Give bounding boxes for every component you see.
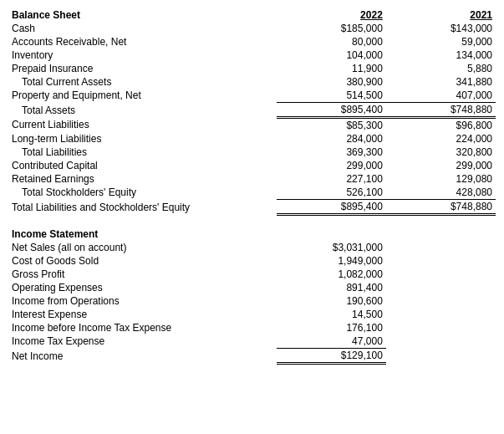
bs-row-val-2021: $143,000 <box>386 22 496 35</box>
bs-row-val-2022: 104,000 <box>277 49 386 62</box>
table-row: Prepaid Insurance11,9005,880 <box>8 62 496 75</box>
bs-row-label: Total Assets <box>8 103 277 118</box>
bs-row-label: Contributed Capital <box>8 159 277 172</box>
bs-row-label: Total Current Assets <box>8 75 277 89</box>
table-row: Current Liabilities$85,300$96,800 <box>8 118 496 133</box>
table-row: Accounts Receivable, Net80,00059,000 <box>8 35 496 49</box>
bs-row-val-2022: 227,100 <box>277 172 386 186</box>
table-row: Total Current Assets380,900341,880 <box>8 75 496 89</box>
table-row: Property and Equipment, Net514,500407,00… <box>8 89 496 103</box>
is-row-label: Operating Expenses <box>8 281 277 294</box>
bs-row-val-2022: 80,000 <box>277 35 386 49</box>
is-row-label: Income before Income Tax Expense <box>8 321 277 334</box>
table-row: Net Sales (all on account)$3,031,000 <box>8 241 496 254</box>
table-row: Net Income$129,100 <box>8 349 496 364</box>
bs-row-val-2022: 514,500 <box>277 89 386 103</box>
bs-row-val-2022: 526,100 <box>277 186 386 200</box>
income-statement-table: Income Statement Net Sales (all on accou… <box>8 227 496 365</box>
bs-row-val-2021: 129,080 <box>386 172 496 186</box>
table-row: Total Assets$895,400$748,880 <box>8 103 496 118</box>
bs-row-label: Property and Equipment, Net <box>8 89 277 103</box>
table-row: Income Tax Expense47,000 <box>8 334 496 349</box>
bs-row-val-2021: 299,000 <box>386 159 496 172</box>
table-row: Contributed Capital299,000299,000 <box>8 159 496 172</box>
table-row: Gross Profit1,082,000 <box>8 268 496 281</box>
bs-row-val-2022: $85,300 <box>277 118 386 133</box>
bs-row-val-2022: 299,000 <box>277 159 386 172</box>
bs-row-label: Total Liabilities and Stockholders' Equi… <box>8 200 277 215</box>
bs-row-val-2022: $185,000 <box>277 22 386 35</box>
table-row: Total Liabilities369,300320,800 <box>8 146 496 159</box>
is-row-value: $3,031,000 <box>277 241 386 254</box>
is-row-value: 190,600 <box>277 294 386 308</box>
bs-row-val-2021: 407,000 <box>386 89 496 103</box>
is-row-label: Interest Expense <box>8 308 277 321</box>
bs-row-val-2022: 380,900 <box>277 75 386 89</box>
is-row-value: 14,500 <box>277 308 386 321</box>
is-row-value: 1,949,000 <box>277 254 386 268</box>
bs-row-val-2021: 341,880 <box>386 75 496 89</box>
table-row: Income from Operations190,600 <box>8 294 496 308</box>
table-row: Retained Earnings227,100129,080 <box>8 172 496 186</box>
is-row-label: Net Income <box>8 349 277 364</box>
bs-row-val-2021: 428,080 <box>386 186 496 200</box>
bs-row-val-2022: 284,000 <box>277 132 386 146</box>
bs-row-label: Long-term Liabilities <box>8 132 277 146</box>
bs-row-val-2021: $748,880 <box>386 103 496 118</box>
table-row: Operating Expenses891,400 <box>8 281 496 294</box>
is-row-value: 1,082,000 <box>277 268 386 281</box>
bs-row-val-2022: $895,400 <box>277 103 386 118</box>
income-statement-title: Income Statement <box>8 227 277 241</box>
bs-row-val-2021: 320,800 <box>386 146 496 159</box>
bs-row-val-2021: 134,000 <box>386 49 496 62</box>
bs-row-label: Accounts Receivable, Net <box>8 35 277 49</box>
bs-row-label: Current Liabilities <box>8 118 277 133</box>
table-row: Total Liabilities and Stockholders' Equi… <box>8 200 496 215</box>
bs-row-val-2021: 59,000 <box>386 35 496 49</box>
table-row: Interest Expense14,500 <box>8 308 496 321</box>
balance-sheet-table: Balance Sheet 2022 2021 Cash$185,000$143… <box>8 8 496 216</box>
table-row: Cash$185,000$143,000 <box>8 22 496 35</box>
is-row-value: 47,000 <box>277 334 386 349</box>
table-row: Cost of Goods Sold1,949,000 <box>8 254 496 268</box>
bs-row-label: Total Liabilities <box>8 146 277 159</box>
is-row-value: $129,100 <box>277 349 386 364</box>
is-row-value: 176,100 <box>277 321 386 334</box>
is-row-label: Income from Operations <box>8 294 277 308</box>
table-row: Total Stockholders' Equity526,100428,080 <box>8 186 496 200</box>
bs-row-val-2021: 224,000 <box>386 132 496 146</box>
is-row-label: Income Tax Expense <box>8 334 277 349</box>
balance-sheet-title: Balance Sheet <box>8 8 277 22</box>
bs-row-val-2022: $895,400 <box>277 200 386 215</box>
is-row-label: Gross Profit <box>8 268 277 281</box>
table-row: Income before Income Tax Expense176,100 <box>8 321 496 334</box>
bs-row-label: Cash <box>8 22 277 35</box>
bs-row-val-2022: 369,300 <box>277 146 386 159</box>
is-row-label: Cost of Goods Sold <box>8 254 277 268</box>
bs-row-label: Inventory <box>8 49 277 62</box>
is-row-value: 891,400 <box>277 281 386 294</box>
bs-row-val-2022: 11,900 <box>277 62 386 75</box>
bs-row-val-2021: $96,800 <box>386 118 496 133</box>
table-row: Long-term Liabilities284,000224,000 <box>8 132 496 146</box>
bs-row-label: Total Stockholders' Equity <box>8 186 277 200</box>
bs-row-label: Prepaid Insurance <box>8 62 277 75</box>
bs-header-2021: 2021 <box>386 8 496 22</box>
bs-row-val-2021: 5,880 <box>386 62 496 75</box>
bs-row-val-2021: $748,880 <box>386 200 496 215</box>
bs-row-label: Retained Earnings <box>8 172 277 186</box>
bs-header-2022: 2022 <box>277 8 386 22</box>
table-row: Inventory104,000134,000 <box>8 49 496 62</box>
is-row-label: Net Sales (all on account) <box>8 241 277 254</box>
